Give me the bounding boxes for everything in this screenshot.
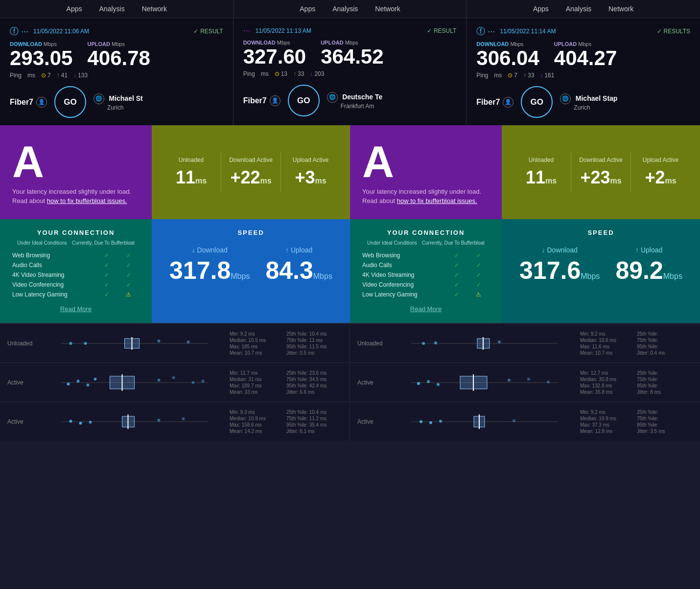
svg-point-15 [172, 376, 175, 379]
lat-label-unloaded-left: Unloaded [7, 340, 39, 347]
latency-chart-unloaded-left [44, 331, 225, 356]
panel2-isp: Fiber7 [243, 96, 267, 105]
panel2-download: 327.60 [243, 45, 306, 68]
speedtest-panel-1: ⓕ ··· 11/05/2022 11:06 AM ✓ RESULT DOWNL… [0, 18, 233, 125]
grade-stats-1: Unloaded 11ms Download Active +22ms Uplo… [152, 125, 350, 219]
panel3-city: Zurich [574, 104, 617, 111]
conn-table-1: Web Browsing ✓ ✓ Audio Calls ✓ ✓ 4K Vide… [10, 250, 142, 299]
svg-point-37 [437, 383, 440, 386]
speed-panel-1: SPEED ↓ Download 317.8Mbps ↑ Upload 84.3… [152, 219, 350, 323]
nav-apps-1[interactable]: Apps [67, 5, 82, 13]
lat-label-active1-right: Active [357, 379, 389, 386]
bufferbloat-link-1[interactable]: how to fix bufferbloat issues. [47, 197, 127, 204]
bufferbloat-link-2[interactable]: how to fix bufferbloat issues. [397, 197, 477, 204]
svg-point-29 [422, 342, 425, 345]
svg-point-30 [434, 341, 437, 344]
panel1-upload: 406.78 [87, 47, 150, 69]
grade-letter-1: A [12, 140, 140, 184]
latency-col-left: Unloaded Min: 9.2 ms 25th %ile: 10.4 ms [0, 323, 350, 441]
panel1-download: 293.05 [10, 47, 72, 69]
panel2-result: ✓ RESULT [427, 27, 456, 34]
speed1-download: 317.8 [169, 257, 231, 284]
panel2-go-button[interactable]: GO [288, 85, 320, 116]
svg-point-36 [427, 380, 430, 383]
svg-point-38 [508, 379, 511, 382]
svg-point-12 [87, 384, 90, 386]
readmore-link-1[interactable]: Read More [60, 305, 92, 313]
svg-point-10 [67, 383, 70, 385]
svg-point-40 [547, 381, 550, 384]
latency-chart-active1-right [394, 370, 575, 395]
grade-desc-2: Your latency increased slightly under lo… [362, 188, 490, 195]
panel3-server: Michael Stap [576, 94, 618, 102]
readmore-link-2[interactable]: Read More [410, 305, 442, 313]
nav-analysis-2[interactable]: Analysis [332, 5, 358, 13]
svg-point-16 [192, 381, 195, 384]
connection-panel-2: YOUR CONNECTION Under Ideal Conditions C… [350, 219, 502, 323]
svg-point-47 [513, 419, 515, 422]
latency-chart-active1-left [44, 370, 225, 395]
grade-stats-2: Unloaded 11ms Download Active +23ms Uplo… [502, 125, 700, 219]
nav-bar-3: Apps Analysis Network [467, 0, 700, 18]
lat-stats-active1-right: Min: 12.7 ms 25th %ile: Median: 30.8 ms … [580, 370, 693, 395]
panel2-time: 11/05/2022 11:13 AM [256, 27, 311, 34]
lat-stats-unloaded-left: Min: 9.2 ms 25th %ile: 10.4 ms Median: 1… [230, 331, 342, 356]
svg-point-14 [158, 379, 161, 382]
lat-label-active1-left: Active [7, 379, 39, 386]
speed-panel-2: SPEED ↓ Download 317.6Mbps ↑ Upload 89.2… [502, 219, 700, 323]
connection-panel-1: YOUR CONNECTION Under Ideal Conditions C… [0, 219, 152, 323]
lat-label-unloaded-right: Unloaded [357, 340, 389, 347]
lat-stats-active1-left: Min: 11.7 ms 25th %ile: 23.6 ms Median: … [230, 370, 342, 395]
svg-point-22 [79, 422, 82, 425]
panel1-server: Michael St [109, 94, 142, 102]
grade-panel-1: A Your latency increased slightly under … [0, 125, 152, 219]
panel3-download: 306.04 [476, 47, 539, 69]
panel1-city: Zurich [107, 104, 143, 111]
nav-bar-1: Apps Analysis Network [0, 0, 233, 18]
svg-point-11 [77, 380, 80, 383]
nav-network-2[interactable]: Network [375, 5, 400, 13]
panel2-city: Frankfurt Am [341, 103, 383, 110]
lat-stats-active2-left: Min: 9.3 ms 25th %ile: 10.4 ms Median: 1… [230, 409, 342, 434]
latency-chart-active2-left [44, 409, 225, 434]
svg-point-46 [439, 420, 442, 423]
panel1-result: ✓ RESULT [193, 28, 223, 35]
panel3-time: 11/05/2022 11:14 AM [500, 28, 556, 35]
lat-label-active2-right: Active [357, 418, 389, 425]
svg-point-24 [158, 419, 161, 422]
svg-point-6 [187, 340, 190, 343]
nav-apps-2[interactable]: Apps [300, 5, 315, 13]
nav-network-1[interactable]: Network [142, 5, 167, 13]
speedtest-panel-2: ··· 11/05/2022 11:13 AM ✓ RESULT DOWNLOA… [233, 18, 467, 125]
latency-chart-active2-right [394, 409, 575, 434]
speedtest-panel-3: ⓕ ··· 11/05/2022 11:14 AM ✓ RESULTS DOWN… [467, 18, 700, 125]
panel3-isp: Fiber7 [476, 98, 500, 107]
nav-bar-2: Apps Analysis Network [233, 0, 467, 18]
panel3-go-button[interactable]: GO [521, 86, 553, 118]
conn-table-2: Web Browsing ✓ ✓ Audio Calls ✓ ✓ 4K Vide… [360, 250, 492, 299]
svg-point-25 [182, 417, 185, 420]
nav-analysis-1[interactable]: Analysis [99, 5, 125, 13]
latency-chart-unloaded-right [394, 331, 575, 356]
grade-letter-2: A [362, 140, 490, 184]
nav-apps-3[interactable]: Apps [533, 5, 549, 13]
svg-point-13 [94, 378, 97, 381]
svg-point-44 [420, 420, 422, 423]
panel3-upload: 404.27 [554, 47, 617, 69]
panel2-upload: 364.52 [321, 45, 383, 68]
panel1-isp: Fiber7 [10, 98, 33, 107]
panel1-go-button[interactable]: GO [54, 86, 86, 118]
svg-point-39 [527, 378, 530, 381]
svg-point-4 [84, 342, 87, 345]
nav-analysis-3[interactable]: Analysis [566, 5, 591, 13]
lat-stats-unloaded-right: Min: 9.2 ms 25th %ile: Median: 10.6 ms 7… [580, 331, 693, 356]
panel3-result: ✓ RESULTS [657, 28, 690, 35]
svg-point-23 [89, 421, 92, 424]
svg-point-21 [70, 420, 72, 423]
latency-col-right: Unloaded Min: 9.2 ms 25th %ile: Median: … [350, 323, 700, 441]
panel2-server: Deutsche Te [342, 92, 382, 100]
nav-network-3[interactable]: Network [608, 5, 633, 13]
svg-point-3 [70, 342, 72, 345]
speed2-upload: 89.2 [615, 257, 663, 284]
svg-point-17 [202, 380, 205, 383]
